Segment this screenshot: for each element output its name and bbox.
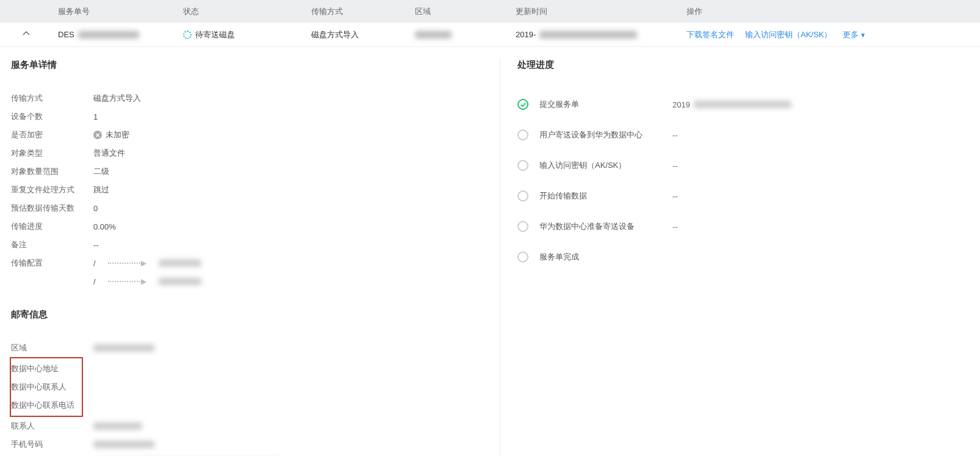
label-remark: 备注: [11, 239, 93, 250]
table-row: DES 待寄送磁盘 磁盘方式导入 2019- 下载签名文件 输入访问密钥（AK/…: [0, 23, 980, 47]
arrow-icon: ▶: [108, 277, 146, 286]
progress-step-5: 服务单完成: [517, 242, 980, 272]
value-remark: --: [93, 241, 99, 250]
id-prefix: DES: [58, 30, 74, 39]
label-progress: 传输进度: [11, 221, 93, 232]
progress-time-prefix: 2019: [672, 100, 690, 109]
time-prefix: 2019-: [516, 30, 536, 39]
col-header-status: 状态: [177, 6, 305, 17]
section-title-progress: 处理进度: [517, 59, 980, 71]
progress-step-2: 输入访问密钥（AK/SK） --: [517, 150, 980, 181]
value-dup: 跳过: [93, 184, 109, 195]
redacted-config-dst1: [159, 259, 201, 267]
cell-ops: 下载签名文件 输入访问密钥（AK/SK） 更多▼: [680, 29, 980, 40]
label-contact: 联系人: [11, 421, 93, 432]
left-pane: 服务单详情 传输方式磁盘方式导入 设备个数1 是否加密 ✕ 未加密 对象类型普通…: [0, 59, 500, 456]
redacted-contact: [93, 422, 142, 430]
status-text: 待寄送磁盘: [195, 29, 235, 40]
x-circle-icon: ✕: [93, 131, 102, 139]
value-obj-type: 普通文件: [93, 148, 125, 159]
cell-time: 2019-: [510, 30, 680, 39]
right-pane: 处理进度 提交服务单 2019 用户寄送设备到华为数据中心 -- 输入访问密钥（…: [500, 59, 980, 456]
col-header-time: 更新时间: [510, 6, 680, 17]
progress-label-3: 开始传输数据: [539, 190, 661, 201]
progress-value-4: --: [672, 222, 678, 231]
section-title-detail: 服务单详情: [11, 59, 500, 71]
label-region: 区域: [11, 342, 93, 353]
col-header-method: 传输方式: [305, 6, 409, 17]
label-dc-contact: 数据中心联系人: [11, 382, 67, 393]
label-dc-addr: 数据中心地址: [11, 363, 59, 374]
redacted-region: [415, 31, 452, 38]
section-title-mailing: 邮寄信息: [11, 309, 500, 320]
progress-label-0: 提交服务单: [539, 99, 661, 110]
mailing-section: 区域 数据中心地址 数据中心联系人 数据中心联系电话 联系人 手机号码 用户地址: [11, 339, 500, 456]
label-dup: 重复文件处理方式: [11, 184, 93, 195]
progress-step-3: 开始传输数据 --: [517, 181, 980, 211]
cell-id: DES: [52, 30, 177, 39]
redacted-mobile: [93, 441, 154, 448]
value-est-days: 0: [93, 204, 98, 213]
check-circle-icon: [517, 99, 528, 110]
progress-value-2: --: [672, 161, 678, 170]
chevron-up-icon[interactable]: [23, 30, 30, 39]
config-src1: /: [93, 259, 96, 268]
label-device-count: 设备个数: [11, 111, 93, 122]
col-header-ops: 操作: [680, 6, 980, 17]
progress-step-1: 用户寄送设备到华为数据中心 --: [517, 120, 980, 150]
progress-label-1: 用户寄送设备到华为数据中心: [539, 129, 661, 140]
progress-label-2: 输入访问密钥（AK/SK）: [539, 160, 661, 171]
label-obj-range: 对象数量范围: [11, 166, 93, 177]
col-header-region: 区域: [409, 6, 510, 17]
progress-value-0: 2019: [672, 100, 791, 109]
circle-icon: [517, 221, 528, 232]
label-config: 传输配置: [11, 258, 93, 269]
value-encrypted: ✕ 未加密: [93, 129, 129, 140]
caret-down-icon: ▼: [860, 32, 866, 38]
circle-icon: [517, 160, 528, 171]
input-aksk-link[interactable]: 输入访问密钥（AK/SK）: [745, 29, 832, 40]
label-obj-type: 对象类型: [11, 148, 93, 159]
config-src2: /: [93, 277, 96, 286]
arrow-icon: ▶: [108, 259, 146, 267]
redacted-region-val: [93, 344, 154, 352]
label-encrypted: 是否加密: [11, 129, 93, 140]
label-method: 传输方式: [11, 93, 93, 104]
label-mobile: 手机号码: [11, 439, 93, 450]
redacted-config-dst2: [159, 278, 201, 285]
more-label: 更多: [843, 30, 859, 39]
value-device-count: 1: [93, 112, 98, 121]
circle-icon: [517, 252, 528, 262]
value-config1: / ▶: [93, 259, 201, 268]
progress-step-0: 提交服务单 2019: [517, 89, 980, 120]
circle-icon: [517, 190, 528, 201]
circle-icon: [517, 129, 528, 140]
col-header-id: 服务单号: [52, 6, 177, 17]
more-dropdown[interactable]: 更多▼: [843, 29, 866, 40]
label-dc-phone: 数据中心联系电话: [11, 400, 74, 411]
progress-label-5: 服务单完成: [539, 252, 661, 262]
cell-status: 待寄送磁盘: [177, 29, 305, 40]
redacted-id: [78, 31, 139, 38]
label-est-days: 预估数据传输天数: [11, 203, 93, 214]
redacted-time: [539, 31, 637, 38]
progress-step-4: 华为数据中心准备寄送设备 --: [517, 211, 980, 242]
value-obj-range: 二级: [93, 166, 109, 177]
detail-panel: 服务单详情 传输方式磁盘方式导入 设备个数1 是否加密 ✕ 未加密 对象类型普通…: [0, 47, 980, 456]
value-progress: 0.00%: [93, 222, 116, 231]
table-header: 服务单号 状态 传输方式 区域 更新时间 操作: [0, 0, 980, 23]
highlighted-dc-fields: 数据中心地址 数据中心联系人 数据中心联系电话: [10, 357, 83, 417]
download-signature-link[interactable]: 下载签名文件: [686, 29, 734, 40]
cell-region: [409, 31, 510, 38]
encrypted-text: 未加密: [106, 129, 129, 140]
redacted-progress-time: [694, 101, 791, 108]
progress-label-4: 华为数据中心准备寄送设备: [539, 221, 661, 232]
loading-spinner-icon: [183, 31, 192, 39]
progress-value-3: --: [672, 192, 678, 201]
cell-method: 磁盘方式导入: [305, 29, 409, 40]
value-config2: / ▶: [93, 277, 201, 286]
progress-value-1: --: [672, 131, 678, 140]
value-method: 磁盘方式导入: [93, 93, 141, 104]
